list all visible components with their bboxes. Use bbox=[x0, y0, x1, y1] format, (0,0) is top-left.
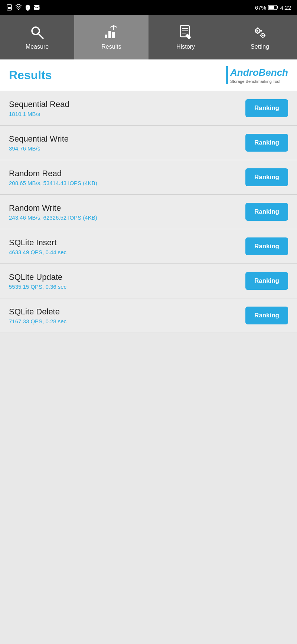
logo-area: AndroBench Storage Benchmarking Tool bbox=[226, 66, 288, 84]
bench-name: SQLite Delete bbox=[9, 307, 66, 317]
bench-name: SQLite Insert bbox=[9, 238, 66, 247]
bench-info: SQLite Update 5535.15 QPS, 0.36 sec bbox=[9, 272, 66, 290]
bench-row: Random Write 243.46 MB/s, 62326.52 IOPS … bbox=[0, 195, 297, 229]
battery-text: 67% bbox=[255, 4, 266, 11]
tab-results[interactable]: Results bbox=[74, 15, 148, 59]
svg-text:✓: ✓ bbox=[27, 7, 29, 9]
logo-andro: Andro bbox=[230, 67, 259, 78]
bench-info: SQLite Insert 4633.49 QPS, 0.44 sec bbox=[9, 238, 66, 255]
bench-row: SQLite Insert 4633.49 QPS, 0.44 sec Rank… bbox=[0, 229, 297, 264]
svg-rect-24 bbox=[255, 30, 257, 32]
history-icon bbox=[177, 24, 194, 41]
svg-rect-23 bbox=[257, 33, 258, 34]
svg-rect-29 bbox=[262, 37, 264, 38]
status-right: 67% 4:22 bbox=[255, 4, 291, 11]
ranking-button[interactable]: Ranking bbox=[245, 168, 288, 186]
bench-name: Random Write bbox=[9, 203, 97, 213]
bench-value: 4633.49 QPS, 0.44 sec bbox=[9, 249, 66, 255]
bench-value: 1810.1 MB/s bbox=[9, 111, 69, 117]
svg-rect-22 bbox=[257, 27, 258, 29]
svg-rect-28 bbox=[262, 33, 264, 34]
results-header: Results AndroBench Storage Benchmarking … bbox=[0, 59, 297, 91]
shield-icon: ✓ bbox=[25, 4, 31, 11]
tab-measure[interactable]: Measure bbox=[0, 15, 74, 59]
tab-measure-label: Measure bbox=[26, 43, 49, 50]
svg-rect-6 bbox=[277, 6, 278, 9]
ranking-button[interactable]: Ranking bbox=[245, 272, 288, 290]
status-bar: ✓ 67% 4:22 bbox=[0, 0, 297, 15]
svg-rect-30 bbox=[260, 35, 261, 36]
ranking-button[interactable]: Ranking bbox=[245, 307, 288, 324]
results-icon bbox=[103, 24, 120, 41]
tab-setting[interactable]: Setting bbox=[223, 15, 297, 59]
setting-icon bbox=[252, 24, 268, 41]
benchmark-list: Sequential Read 1810.1 MB/s Ranking Sequ… bbox=[0, 91, 297, 333]
tab-history-label: History bbox=[176, 43, 195, 50]
tab-history[interactable]: History bbox=[148, 15, 223, 59]
message-icon bbox=[33, 4, 40, 11]
svg-rect-25 bbox=[260, 30, 262, 32]
bench-name: Sequential Write bbox=[9, 134, 69, 144]
bench-name: Random Read bbox=[9, 169, 97, 178]
svg-rect-12 bbox=[112, 32, 115, 38]
logo-sub: Storage Benchmarking Tool bbox=[230, 79, 288, 84]
bench-info: Random Write 243.46 MB/s, 62326.52 IOPS … bbox=[9, 203, 97, 221]
svg-rect-4 bbox=[34, 5, 40, 10]
bench-value: 208.65 MB/s, 53414.43 IOPS (4KB) bbox=[9, 180, 97, 186]
svg-rect-31 bbox=[264, 35, 265, 36]
bench-row: Sequential Write 394.76 MB/s Ranking bbox=[0, 126, 297, 160]
svg-point-27 bbox=[262, 35, 264, 36]
svg-rect-1 bbox=[8, 7, 11, 9]
status-icons: ✓ bbox=[6, 4, 40, 11]
bench-value: 243.46 MB/s, 62326.52 IOPS (4KB) bbox=[9, 214, 97, 221]
bench-row: SQLite Update 5535.15 QPS, 0.36 sec Rank… bbox=[0, 264, 297, 298]
svg-point-2 bbox=[18, 9, 19, 10]
logo-bar bbox=[226, 66, 228, 84]
bench-info: SQLite Delete 7167.33 QPS, 0.28 sec bbox=[9, 307, 66, 324]
battery-icon bbox=[268, 5, 278, 10]
ranking-button[interactable]: Ranking bbox=[245, 134, 288, 152]
logo-block: AndroBench Storage Benchmarking Tool bbox=[230, 67, 288, 84]
measure-icon bbox=[29, 24, 45, 41]
ranking-button[interactable]: Ranking bbox=[245, 203, 288, 221]
bench-name: Sequential Read bbox=[9, 100, 69, 109]
sim-icon bbox=[6, 4, 13, 11]
tab-setting-label: Setting bbox=[251, 43, 269, 50]
footer-space bbox=[0, 333, 297, 482]
bench-value: 5535.15 QPS, 0.36 sec bbox=[9, 284, 66, 290]
svg-rect-10 bbox=[105, 35, 107, 38]
bench-value: 7167.33 QPS, 0.28 sec bbox=[9, 318, 66, 324]
logo-text: AndroBench bbox=[230, 67, 288, 78]
bench-info: Sequential Write 394.76 MB/s bbox=[9, 134, 69, 152]
nav-bar: Measure Results History bbox=[0, 15, 297, 59]
time-text: 4:22 bbox=[280, 4, 291, 11]
bench-row: SQLite Delete 7167.33 QPS, 0.28 sec Rank… bbox=[0, 298, 297, 333]
wifi-icon bbox=[15, 4, 22, 11]
page-title: Results bbox=[9, 68, 52, 82]
bench-name: SQLite Update bbox=[9, 272, 66, 282]
bench-value: 394.76 MB/s bbox=[9, 145, 69, 152]
svg-line-9 bbox=[39, 34, 43, 38]
svg-rect-11 bbox=[108, 31, 111, 38]
ranking-button[interactable]: Ranking bbox=[245, 99, 288, 117]
tab-results-label: Results bbox=[101, 43, 121, 50]
bench-info: Sequential Read 1810.1 MB/s bbox=[9, 100, 69, 117]
ranking-button[interactable]: Ranking bbox=[245, 237, 288, 255]
bench-row: Sequential Read 1810.1 MB/s Ranking bbox=[0, 91, 297, 126]
bench-info: Random Read 208.65 MB/s, 53414.43 IOPS (… bbox=[9, 169, 97, 186]
bench-row: Random Read 208.65 MB/s, 53414.43 IOPS (… bbox=[0, 160, 297, 195]
svg-rect-7 bbox=[269, 6, 274, 9]
svg-point-21 bbox=[257, 30, 258, 32]
logo-bench: Bench bbox=[259, 67, 288, 78]
